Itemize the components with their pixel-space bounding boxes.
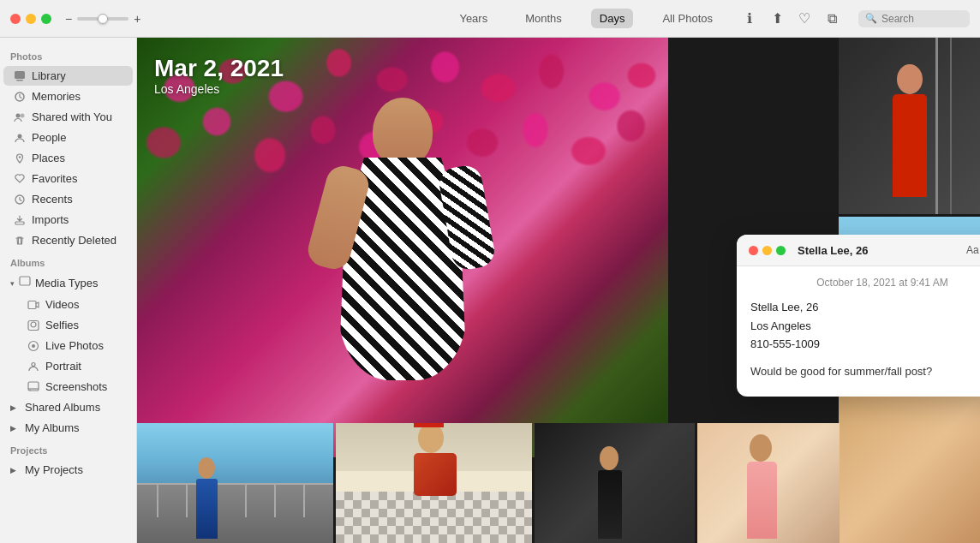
search-box[interactable]: 🔍 bbox=[858, 10, 970, 27]
my-projects-label: My Projects bbox=[25, 463, 83, 476]
sidebar-item-favorites[interactable]: Favorites bbox=[3, 169, 133, 188]
photo-location-text: Los Angeles bbox=[154, 82, 284, 96]
traffic-lights bbox=[10, 14, 51, 24]
people-label: People bbox=[32, 131, 66, 144]
tab-years[interactable]: Years bbox=[451, 9, 496, 28]
bottom-photo-3[interactable] bbox=[535, 423, 695, 543]
right-bottom-photo[interactable] bbox=[697, 423, 840, 543]
svg-point-6 bbox=[19, 156, 21, 158]
bottom-photo-2[interactable] bbox=[336, 423, 532, 543]
svg-point-5 bbox=[18, 134, 22, 138]
zoom-control: − + bbox=[65, 12, 140, 26]
sidebar-item-recents[interactable]: Recents bbox=[3, 189, 133, 209]
memories-icon bbox=[14, 91, 26, 103]
zoom-thumb bbox=[98, 14, 108, 24]
zoom-minus-button[interactable]: − bbox=[65, 12, 72, 26]
share-icon[interactable]: ⬆ bbox=[769, 11, 785, 27]
recents-icon bbox=[14, 194, 26, 206]
minimize-button[interactable] bbox=[26, 14, 36, 24]
svg-rect-8 bbox=[15, 222, 24, 224]
sidebar-item-memories[interactable]: Memories bbox=[3, 87, 133, 106]
note-contact-city: Los Angeles bbox=[750, 318, 980, 335]
sidebar-item-shared-with-you[interactable]: Shared with You bbox=[3, 107, 133, 127]
sidebar-item-live-photos[interactable]: Live Photos bbox=[3, 336, 133, 355]
favorites-label: Favorites bbox=[32, 172, 77, 185]
zoom-slider[interactable] bbox=[77, 17, 128, 21]
portrait-label: Portrait bbox=[45, 360, 81, 373]
sidebar-item-recently-deleted[interactable]: Recently Deleted bbox=[3, 230, 133, 250]
my-albums-chevron: ▶ bbox=[10, 424, 16, 433]
sidebar-item-screenshots[interactable]: Screenshots bbox=[3, 377, 133, 397]
videos-label: Videos bbox=[45, 298, 80, 311]
search-input[interactable] bbox=[881, 13, 963, 25]
portrait-icon bbox=[27, 361, 39, 373]
heart-icon[interactable]: ♡ bbox=[797, 11, 812, 27]
svg-point-11 bbox=[31, 322, 36, 327]
note-popup: Stella Lee, 26 Aa ≡ >> October 18, 2021 … bbox=[737, 235, 980, 397]
sidebar-item-places[interactable]: Places bbox=[3, 148, 133, 168]
close-button[interactable] bbox=[10, 14, 21, 24]
sidebar-group-media-types[interactable]: ▾ Media Types bbox=[3, 272, 133, 294]
right-photo-3[interactable] bbox=[839, 396, 980, 543]
main-photo[interactable]: Mar 2, 2021 Los Angeles bbox=[137, 38, 668, 457]
note-contact-name: Stella Lee, 26 bbox=[750, 299, 980, 316]
photos-section-label: Photos bbox=[0, 45, 136, 65]
note-maximize-button[interactable] bbox=[776, 246, 786, 255]
search-icon: 🔍 bbox=[865, 13, 877, 24]
screenshots-label: Screenshots bbox=[45, 380, 107, 393]
places-icon bbox=[14, 152, 26, 164]
library-label: Library bbox=[32, 69, 66, 82]
sidebar-group-my-albums[interactable]: ▶ My Albums bbox=[3, 418, 133, 438]
sidebar-item-library[interactable]: Library bbox=[3, 66, 133, 86]
sidebar-item-imports[interactable]: Imports bbox=[3, 210, 133, 230]
nav-tabs: Years Months Days All Photos bbox=[451, 9, 721, 28]
note-font-button[interactable]: Aa bbox=[966, 244, 979, 256]
note-titlebar: Stella Lee, 26 Aa ≡ >> bbox=[737, 235, 980, 266]
sidebar-item-people[interactable]: People bbox=[3, 128, 133, 147]
note-content: October 18, 2021 at 9:41 AM Stella Lee, … bbox=[737, 266, 980, 397]
bottom-photo-1[interactable] bbox=[137, 423, 333, 543]
svg-point-3 bbox=[16, 113, 21, 117]
imports-icon bbox=[14, 214, 26, 226]
note-close-button[interactable] bbox=[749, 246, 758, 255]
svg-rect-10 bbox=[28, 301, 36, 308]
svg-rect-9 bbox=[20, 277, 30, 285]
people-icon bbox=[14, 132, 26, 144]
copy-icon[interactable]: ⧉ bbox=[824, 11, 840, 27]
sidebar-group-shared-albums[interactable]: ▶ Shared Albums bbox=[3, 397, 133, 417]
note-body: Stella Lee, 26 Los Angeles 810-555-1009 … bbox=[750, 299, 980, 379]
media-types-label: Media Types bbox=[35, 277, 98, 289]
recently-deleted-label: Recently Deleted bbox=[32, 234, 117, 247]
sidebar-item-videos[interactable]: Videos bbox=[3, 295, 133, 314]
tab-days[interactable]: Days bbox=[591, 9, 634, 28]
note-traffic-lights bbox=[749, 246, 786, 255]
note-timestamp: October 18, 2021 at 9:41 AM bbox=[750, 277, 980, 289]
zoom-plus-button[interactable]: + bbox=[134, 12, 140, 26]
live-photos-icon bbox=[27, 340, 39, 352]
videos-icon bbox=[27, 299, 39, 311]
sidebar-item-portrait[interactable]: Portrait bbox=[3, 356, 133, 376]
main-layout: Photos Library Memories Shared with You … bbox=[0, 38, 980, 543]
right-photo-1[interactable]: ··· bbox=[839, 38, 980, 214]
sidebar-item-selfies[interactable]: Selfies bbox=[3, 315, 133, 335]
svg-rect-0 bbox=[15, 71, 25, 79]
photo-grid: Mar 2, 2021 Los Angeles bbox=[137, 38, 980, 543]
media-types-icon bbox=[19, 276, 31, 290]
memories-label: Memories bbox=[32, 90, 81, 103]
svg-point-4 bbox=[21, 113, 25, 117]
library-icon bbox=[14, 70, 26, 82]
note-minimize-button[interactable] bbox=[762, 246, 772, 255]
favorites-icon bbox=[14, 173, 26, 185]
note-comment-text: Would be good for summer/fall post? bbox=[750, 363, 980, 380]
tab-months[interactable]: Months bbox=[517, 9, 571, 28]
recents-label: Recents bbox=[32, 193, 73, 206]
live-photos-label: Live Photos bbox=[45, 339, 104, 352]
note-actions: Aa ≡ >> bbox=[966, 243, 980, 257]
sidebar-group-my-projects[interactable]: ▶ My Projects bbox=[3, 460, 133, 480]
svg-point-14 bbox=[32, 344, 35, 348]
info-icon[interactable]: ℹ bbox=[742, 11, 757, 27]
places-label: Places bbox=[32, 152, 65, 164]
tab-all-photos[interactable]: All Photos bbox=[654, 9, 721, 28]
maximize-button[interactable] bbox=[41, 14, 51, 24]
selfies-icon bbox=[27, 319, 39, 331]
